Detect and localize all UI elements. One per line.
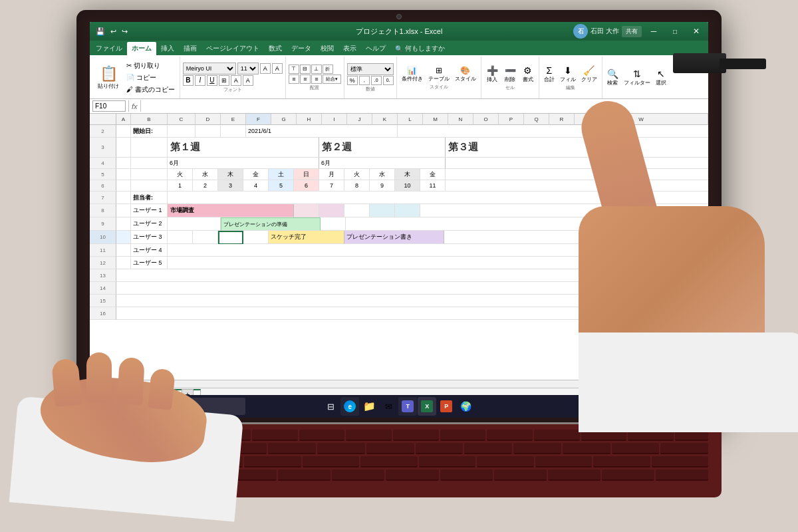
paste-button[interactable]: 📋 貼り付け [94,64,123,91]
col-header-k[interactable]: K [372,114,398,125]
insert-cells-button[interactable]: ➕挿入 [484,65,501,84]
increase-font-button[interactable]: A [260,63,271,74]
date-11: 11 [420,180,446,192]
taskbar-icon-mail[interactable]: ✉ [379,397,398,416]
date-8: 8 [344,180,370,192]
find-button[interactable]: 🔍検索 [605,68,620,87]
share-button[interactable]: 共有 [622,26,642,37]
delete-cells-button[interactable]: ➖削除 [502,65,519,84]
bold-button[interactable]: B [183,75,194,86]
col-header-n[interactable]: N [448,114,473,125]
col-header-q[interactable]: Q [524,114,549,125]
number-format-select[interactable]: 標準 [347,63,394,75]
col-header-o[interactable]: O [473,114,499,125]
tab-file[interactable]: ファイル [91,42,127,55]
tab-help[interactable]: ヘルプ [361,42,390,55]
font-name-select[interactable]: Meiryo UI [183,63,236,74]
italic-button[interactable]: I [195,75,205,86]
col-header-e[interactable]: E [221,114,246,125]
col-header-m[interactable]: M [423,114,448,125]
table-format-button[interactable]: ⊞テーブル [426,65,452,83]
col-header-h[interactable]: H [297,114,322,125]
col-header-p[interactable]: P [499,114,524,125]
align-center-button[interactable]: ≡ [300,74,311,84]
tab-data[interactable]: データ [287,42,316,55]
close-button[interactable]: ✕ [687,22,706,41]
merge-cells-button[interactable]: 結合▾ [323,74,341,84]
col-header-r[interactable]: R [549,114,575,125]
decrease-decimal-button[interactable]: 0. [383,76,394,85]
day-fri2: 金 [420,169,446,180]
font-color-button[interactable]: A [243,75,253,86]
sum-button[interactable]: Σ合計 [542,65,557,84]
col-header-j[interactable]: J [347,114,372,125]
copy-button[interactable]: 📄 コピー [124,72,177,83]
col-header-g[interactable]: G [271,114,297,125]
fill-color-button[interactable]: A [231,75,241,86]
cell-b2[interactable]: 開始日: [131,125,168,138]
align-bottom-button[interactable]: ⊥ [311,65,322,74]
taskbar-icon-excel[interactable]: X [418,397,436,416]
date-7: 7 [319,180,344,192]
align-left-button[interactable]: ≡ [289,74,299,84]
cell-b3[interactable] [131,138,168,158]
taskbar-icon-folder[interactable]: 📁 [360,397,378,416]
cell-week1-month: 6月 [168,158,319,169]
cell-f2-date[interactable]: 2021/6/1 [246,125,398,138]
tab-formula[interactable]: 数式 [264,42,287,55]
cell-a2[interactable] [116,125,131,138]
taskbar-icon-chrome[interactable]: 🌍 [456,397,475,416]
undo-icon[interactable]: ↩ [108,26,118,37]
wrap-text-button[interactable]: 折 [323,65,333,74]
col-header-l[interactable]: L [398,114,423,125]
tab-view[interactable]: 表示 [338,42,361,55]
col-header-c[interactable]: C [168,114,196,125]
taskbar-icon-powerpoint[interactable]: P [437,397,456,416]
cell-d2[interactable] [196,125,221,138]
tab-review[interactable]: 校閲 [316,42,338,55]
cell-c2[interactable] [168,125,196,138]
taskbar-icon-edge[interactable]: e [340,397,359,416]
taskbar-icon-task-view[interactable]: ⊟ [321,397,340,416]
tab-home[interactable]: ホーム [127,42,156,55]
col-header-d[interactable]: D [196,114,221,125]
task-presentation-write: プレゼンテーション書き [344,231,444,244]
cut-button[interactable]: ✂ 切り取り [124,61,177,71]
redo-icon[interactable]: ↪ [120,26,130,37]
percent-button[interactable]: % [347,76,358,85]
format-paint-button[interactable]: 🖌 書式のコピー [124,84,177,95]
conditional-format-button[interactable]: 📊条件付き [400,65,425,83]
col-header-i[interactable]: I [322,114,347,125]
col-header-f[interactable]: F [246,114,271,125]
underline-button[interactable]: U [207,75,217,86]
format-cells-button[interactable]: ⚙書式 [520,65,536,84]
user5-label: ユーザー 5 [131,257,168,269]
align-right-button[interactable]: ≡ [311,74,322,84]
sort-filter-button[interactable]: ⇅フィルター [622,68,652,87]
fill-button[interactable]: ⬇フィル [558,65,578,84]
increase-decimal-button[interactable]: .0 [371,76,382,85]
align-top-button[interactable]: ⊤ [289,65,299,74]
col-header-a[interactable]: A [116,114,131,125]
cell-e2[interactable] [221,125,246,138]
cell-f10-selected[interactable] [218,231,243,244]
cell-a3[interactable] [116,138,131,158]
save-icon[interactable]: 💾 [94,26,107,37]
font-size-select[interactable]: 11 [237,63,259,74]
taskbar-icon-teams[interactable]: T [398,397,417,416]
cell-style-button[interactable]: 🎨スタイル [453,65,478,83]
tab-search[interactable]: 🔍 何もしますか [390,42,450,55]
align-middle-button[interactable]: ⊟ [300,65,311,74]
col-header-b[interactable]: B [131,114,168,125]
select-button[interactable]: ↖選択 [654,68,668,87]
tab-insert[interactable]: 挿入 [156,42,179,55]
minimize-button[interactable]: ─ [644,22,663,41]
tab-draw[interactable]: 描画 [179,42,201,55]
cell-reference-box[interactable]: F10 [92,100,126,112]
maximize-button[interactable]: □ [666,22,684,41]
border-button[interactable]: ⊞ [219,75,229,86]
clear-button[interactable]: 🧹クリア [579,65,599,84]
decrease-font-button[interactable]: A [272,63,283,74]
tab-page-layout[interactable]: ページレイアウト [201,42,264,55]
comma-button[interactable]: , [359,76,370,85]
